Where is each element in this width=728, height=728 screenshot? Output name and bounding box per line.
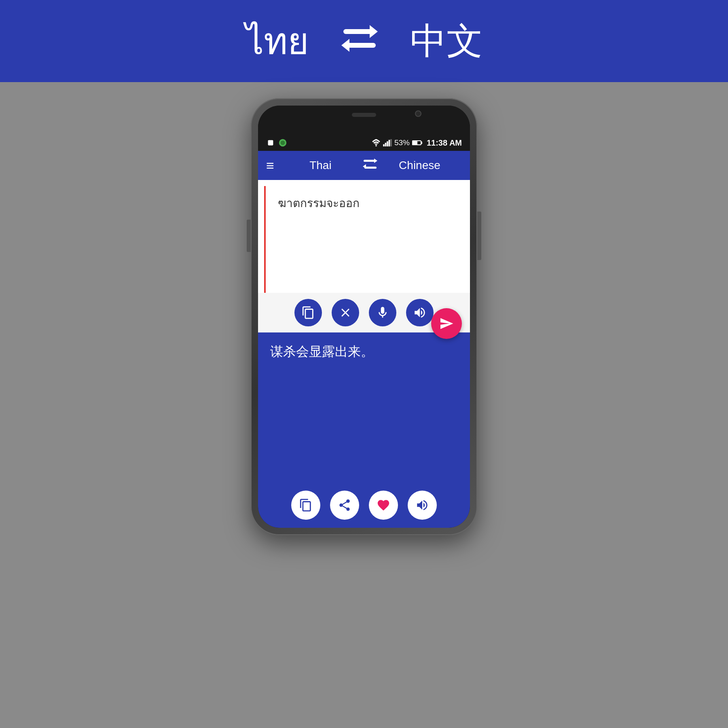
top-banner: ไทย 中文 — [0, 0, 728, 82]
wifi-icon — [372, 139, 381, 146]
output-text: 谋杀会显露出来。 — [266, 341, 462, 363]
svg-marker-18 — [363, 164, 366, 169]
phone-top-area — [258, 106, 470, 135]
input-text-content: ฆาตกรรมจะออก — [278, 197, 360, 210]
svg-marker-3 — [341, 39, 349, 52]
svg-rect-9 — [387, 141, 388, 146]
time-text: 11:38 AM — [427, 138, 462, 148]
svg-rect-10 — [389, 140, 390, 146]
svg-rect-13 — [413, 141, 417, 144]
output-area: 谋杀会显露出来。 — [258, 332, 470, 528]
svg-rect-8 — [385, 143, 387, 146]
svg-point-6 — [375, 145, 377, 146]
input-text[interactable]: ฆาตกรรมจะออก — [264, 186, 464, 293]
phone-camera — [415, 110, 421, 117]
banner-chinese-label: 中文 — [410, 17, 483, 66]
header-swap-icon[interactable] — [363, 159, 377, 173]
svg-rect-17 — [364, 167, 377, 169]
microphone-button[interactable] — [369, 299, 396, 326]
volume-button — [247, 220, 251, 252]
input-area: ฆาตกรรมจะออก — [258, 180, 470, 332]
svg-rect-7 — [383, 144, 385, 146]
app-header: ≡ Thai Chinese — [258, 151, 470, 180]
input-action-buttons — [258, 293, 470, 332]
speaker-button[interactable] — [406, 299, 434, 326]
circle-icon — [278, 138, 287, 147]
status-bar: 53% 11:38 AM — [258, 135, 470, 151]
phone-speaker — [352, 113, 376, 117]
status-left-icons — [266, 138, 287, 147]
status-right-info: 53% 11:38 AM — [372, 138, 462, 148]
svg-marker-16 — [374, 159, 377, 163]
favorite-button[interactable] — [369, 491, 398, 520]
svg-rect-15 — [364, 160, 376, 162]
clipboard-button[interactable] — [294, 299, 322, 326]
phone-device: 53% 11:38 AM ≡ Thai — [251, 98, 477, 535]
output-speaker-button[interactable] — [408, 491, 437, 520]
svg-point-5 — [281, 141, 285, 145]
output-action-buttons — [266, 483, 462, 524]
battery-text: 53% — [394, 138, 410, 147]
share-button[interactable] — [330, 491, 359, 520]
banner-thai-label: ไทย — [245, 12, 309, 70]
signal-icon — [383, 139, 392, 146]
header-thai-label[interactable]: Thai — [278, 159, 363, 172]
header-chinese-label[interactable]: Chinese — [377, 159, 462, 172]
svg-rect-14 — [421, 142, 422, 144]
banner-swap-icon[interactable] — [341, 24, 378, 58]
hamburger-menu[interactable]: ≡ — [266, 158, 274, 174]
send-button[interactable] — [431, 308, 462, 339]
copy-button[interactable] — [291, 491, 320, 520]
clear-button[interactable] — [332, 299, 359, 326]
svg-rect-11 — [390, 139, 392, 146]
battery-icon — [412, 140, 423, 146]
svg-marker-1 — [370, 25, 378, 38]
usb-icon — [266, 138, 275, 147]
power-button — [477, 212, 481, 260]
